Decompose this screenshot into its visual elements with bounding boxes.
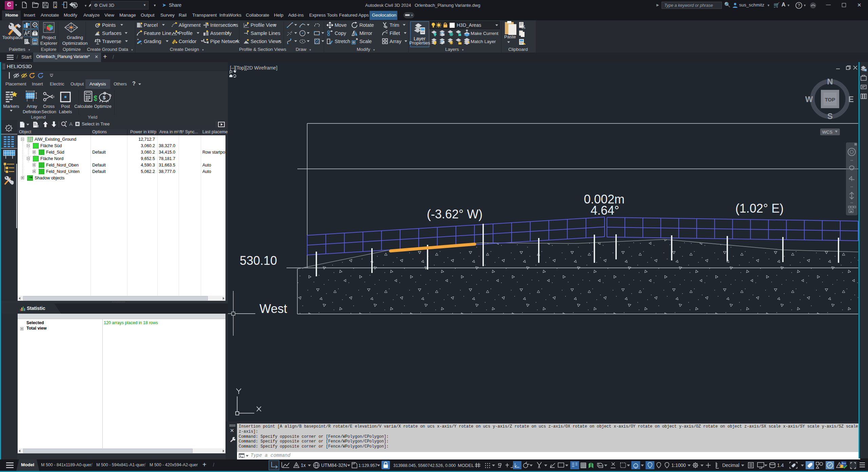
svg-text:(-3.62° W): (-3.62° W) bbox=[427, 207, 482, 221]
svg-text:1x: 1x bbox=[301, 463, 306, 468]
svg-text:S: S bbox=[827, 112, 833, 121]
svg-text:$: $ bbox=[103, 95, 106, 100]
svg-text:1:1000: 1:1000 bbox=[671, 463, 686, 468]
svg-text:313988.045, 5560742.526, 0.000: 313988.045, 5560742.526, 0.000 bbox=[393, 463, 456, 468]
svg-text:1:129.957: 1:129.957 bbox=[358, 463, 377, 468]
svg-text:4.64°: 4.64° bbox=[591, 203, 619, 217]
svg-text:N: N bbox=[827, 77, 833, 86]
svg-text:530.10: 530.10 bbox=[240, 254, 277, 268]
svg-text:E: E bbox=[848, 95, 854, 104]
svg-text:$: $ bbox=[94, 94, 97, 102]
svg-text:WCS: WCS bbox=[822, 130, 833, 135]
svg-text:MODEL: MODEL bbox=[458, 463, 474, 468]
svg-text:1.4: 1.4 bbox=[777, 463, 784, 468]
svg-text:TOP: TOP bbox=[825, 97, 835, 102]
svg-text:UTM84-32N: UTM84-32N bbox=[321, 463, 347, 468]
svg-text:?: ? bbox=[798, 3, 800, 8]
svg-text:W: W bbox=[805, 95, 813, 104]
svg-text:West: West bbox=[259, 302, 287, 316]
svg-text:(1.02° E): (1.02° E) bbox=[735, 201, 784, 215]
svg-text:Decimal: Decimal bbox=[722, 463, 739, 468]
